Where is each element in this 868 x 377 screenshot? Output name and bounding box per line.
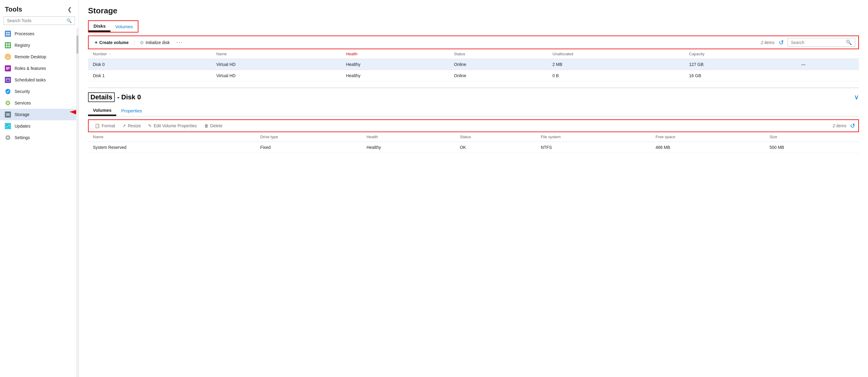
disk1-number: Disk 1: [88, 70, 212, 81]
delete-button[interactable]: 🗑 Delete: [201, 122, 225, 130]
sidebar: Tools ❮ 🔍 Processes Registry: [0, 0, 79, 377]
disk1-name: Virtual HD: [212, 70, 341, 81]
disk0-unallocated: 2 MB: [548, 59, 684, 70]
main-content: Storage Disks Volumes + Create volume ⊙ …: [79, 0, 868, 377]
svg-rect-1: [8, 32, 10, 33]
tab-disks[interactable]: Disks: [89, 21, 111, 32]
format-button[interactable]: 📋 Format: [92, 122, 118, 130]
row0-size: 500 MB: [765, 142, 859, 153]
svg-point-17: [7, 102, 9, 104]
initialize-disk-button[interactable]: ⊙ Initialize disk: [137, 38, 173, 47]
details-collapse-button[interactable]: ∨: [854, 93, 859, 101]
col-status: Status: [449, 49, 548, 59]
sidebar-item-remote-desktop[interactable]: Remote Desktop: [0, 51, 76, 63]
sidebar-collapse-button[interactable]: ❮: [66, 5, 74, 13]
details-tabs: Volumes Properties: [88, 105, 859, 116]
disk1-actions: [796, 70, 859, 81]
sidebar-item-registry[interactable]: Registry: [0, 39, 76, 51]
sidebar-header: Tools ❮: [0, 0, 79, 17]
col-unallocated: Unallocated: [548, 49, 684, 59]
details-header: Details - Disk 0 ∨: [88, 88, 859, 105]
main-search-bar: 🔍: [787, 38, 855, 47]
disk0-number: Disk 0: [88, 59, 212, 70]
disk0-actions: —: [796, 59, 859, 70]
tab-volumes[interactable]: Volumes: [111, 21, 138, 32]
table-row[interactable]: Disk 0 Virtual HD Healthy Online 2 MB 12…: [88, 59, 859, 70]
disk1-status: Online: [449, 70, 548, 81]
sidebar-item-processes[interactable]: Processes: [0, 28, 76, 39]
row0-name: System Reserved: [88, 142, 255, 153]
det-col-size: Size: [765, 132, 859, 142]
svg-rect-22: [6, 124, 10, 128]
tab-details-volumes[interactable]: Volumes: [88, 105, 116, 116]
more-options-button[interactable]: ···: [174, 38, 185, 46]
search-icon: 🔍: [66, 18, 72, 23]
search-box: 🔍: [4, 17, 75, 25]
table-row[interactable]: System Reserved Fixed Healthy OK NTFS 46…: [88, 142, 859, 153]
details-items-count: 2 items: [833, 123, 846, 128]
sidebar-scrollbar-thumb: [76, 35, 78, 54]
svg-rect-9: [6, 67, 10, 68]
sidebar-item-settings[interactable]: Settings: [0, 132, 76, 143]
details-subtitle: - Disk 0: [117, 93, 141, 101]
refresh-button[interactable]: ↺: [779, 39, 784, 46]
row0-health: Healthy: [362, 142, 455, 153]
row0-filesystem: NTFS: [536, 142, 651, 153]
sidebar-item-updates[interactable]: Updates: [0, 120, 76, 132]
sidebar-item-storage[interactable]: Storage: [0, 109, 76, 120]
edit-volume-button[interactable]: ✎ Edit Volume Properties: [145, 122, 200, 130]
svg-rect-6: [6, 46, 8, 48]
roles-icon: [5, 65, 11, 71]
col-number[interactable]: Number ↑: [88, 49, 212, 59]
settings-icon: [5, 135, 11, 141]
details-title-highlighted: Details: [88, 92, 115, 102]
tab-details-properties[interactable]: Properties: [116, 105, 147, 116]
row0-status: OK: [455, 142, 536, 153]
sidebar-item-services[interactable]: Services: [0, 97, 76, 109]
det-col-drive-type: Drive type: [255, 132, 362, 142]
search-input[interactable]: [791, 40, 844, 45]
svg-point-24: [7, 137, 9, 139]
details-table: Name Drive type Health Status File syste…: [88, 132, 859, 153]
create-volume-button[interactable]: + Create volume: [92, 38, 132, 47]
details-toolbar: 📋 Format ↗ Resize ✎ Edit Volume Properti…: [88, 119, 859, 132]
delete-icon: 🗑: [204, 123, 209, 128]
details-refresh-button[interactable]: ↺: [850, 122, 855, 129]
roles-label: Roles & features: [14, 66, 46, 71]
page-title: Storage: [88, 6, 859, 16]
sidebar-item-roles[interactable]: Roles & features: [0, 63, 76, 74]
disks-table: Number ↑ Name Health Status Unallocated …: [88, 49, 859, 81]
det-col-filesystem: File system: [536, 132, 651, 142]
details-section: Details - Disk 0 ∨ Volumes Properties 📋 …: [88, 87, 859, 153]
settings-label: Settings: [14, 135, 30, 140]
items-count: 2 items: [761, 40, 775, 45]
svg-rect-4: [6, 43, 8, 45]
sidebar-item-scheduled[interactable]: Scheduled tasks: [0, 74, 76, 86]
sidebar-item-security[interactable]: Security: [0, 86, 76, 97]
scheduled-label: Scheduled tasks: [14, 78, 46, 82]
sidebar-nav-list: Processes Registry Remote Desktop Roles …: [0, 28, 76, 377]
search-icon-main: 🔍: [846, 39, 852, 45]
registry-label: Registry: [14, 43, 30, 48]
svg-rect-0: [6, 32, 8, 33]
processes-label: Processes: [14, 31, 34, 36]
search-tools-input[interactable]: [7, 18, 65, 23]
sort-icon: ↑: [109, 53, 111, 56]
registry-icon: [5, 42, 11, 48]
disks-table-container: Number ↑ Name Health Status Unallocated …: [88, 49, 859, 81]
sidebar-scrollbar: [76, 28, 79, 377]
format-icon: 📋: [95, 123, 100, 128]
disk1-unallocated: 0 B: [548, 70, 684, 81]
top-tabs-container: Disks Volumes: [88, 20, 138, 32]
svg-rect-7: [8, 46, 10, 48]
svg-rect-12: [6, 78, 10, 81]
row0-drive-type: Fixed: [255, 142, 362, 153]
svg-rect-2: [6, 34, 8, 35]
disk1-capacity: 16 GB: [684, 70, 797, 81]
top-tabs: Disks Volumes: [89, 21, 138, 32]
resize-button[interactable]: ↗ Resize: [119, 122, 144, 130]
remote-desktop-label: Remote Desktop: [14, 54, 46, 59]
updates-icon: [5, 123, 11, 129]
disk0-name: Virtual HD: [212, 59, 341, 70]
table-row[interactable]: Disk 1 Virtual HD Healthy Online 0 B 16 …: [88, 70, 859, 81]
